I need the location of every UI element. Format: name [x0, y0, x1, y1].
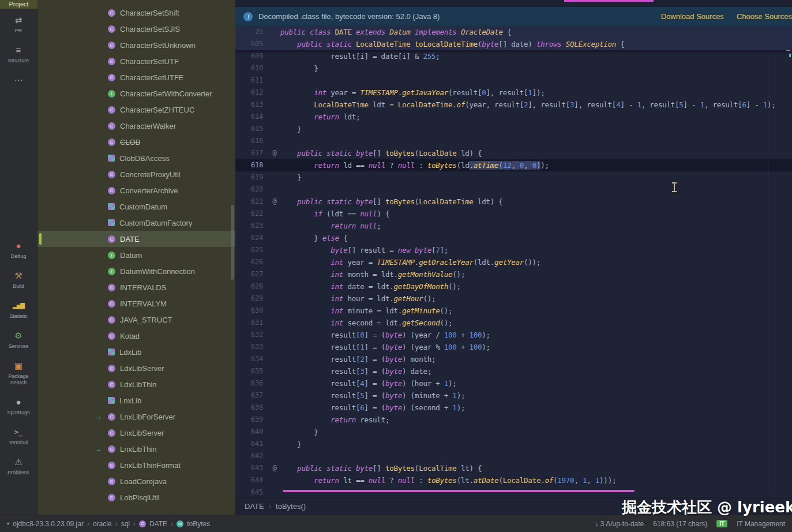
- tool-button-pull-request[interactable]: ⇄PR: [0, 10, 37, 40]
- line-number[interactable]: 632: [235, 329, 269, 341]
- line-number[interactable]: 622: [235, 208, 269, 220]
- line-number[interactable]: 635: [235, 365, 269, 377]
- tool-button-package-search[interactable]: ▣Package Search: [0, 355, 37, 392]
- breadcrumb-item[interactable]: toBytes(): [276, 502, 306, 511]
- code-line-639[interactable]: 639 return result;: [235, 414, 792, 426]
- code-line-625[interactable]: 625 byte[] result = new byte[7];: [235, 244, 792, 256]
- code-line-25[interactable]: 25public class DATE extends Datum implem…: [235, 26, 792, 38]
- line-number[interactable]: 628: [235, 280, 269, 293]
- line-number[interactable]: 25: [235, 26, 269, 38]
- line-number[interactable]: 626: [235, 256, 269, 268]
- tree-item-Datum[interactable]: IDatum: [37, 247, 235, 263]
- code-line-641[interactable]: 641 }: [235, 438, 792, 450]
- tool-button-spotbugs[interactable]: ●SpotBugs: [0, 392, 37, 422]
- line-number[interactable]: 615: [235, 123, 269, 135]
- tree-item-ConcreteProxyUtil[interactable]: CConcreteProxyUtil: [37, 166, 235, 182]
- line-number[interactable]: 624: [235, 232, 269, 244]
- code-line-630[interactable]: 630 int minute = ldt.getMinute();: [235, 305, 792, 317]
- code-line-629[interactable]: 629 int hour = ldt.getHour();: [235, 293, 792, 305]
- tool-button-debug[interactable]: ●Debug: [0, 235, 37, 265]
- line-number[interactable]: 644: [235, 474, 269, 486]
- code-line-611[interactable]: 611: [235, 74, 792, 87]
- code-line-634[interactable]: 634 result[2] = (byte) month;: [235, 353, 792, 365]
- tree-item-LobPlsqlUtil[interactable]: CLobPlsqlUtil: [37, 489, 235, 505]
- code-line-642[interactable]: 642: [235, 450, 792, 462]
- tool-button-statistic[interactable]: ▂▅▇Statistic: [0, 295, 37, 325]
- tool-button-build[interactable]: ⚒Build: [0, 265, 37, 295]
- line-number[interactable]: 645: [235, 486, 269, 499]
- vcs-update-widget[interactable]: ↓ 3 Δ/up-to-date: [595, 520, 644, 528]
- editor-area[interactable]: i Decompiled .class file, bytecode versi…: [235, 0, 792, 515]
- code-line-619[interactable]: 619 }: [235, 171, 792, 183]
- tree-item-LnxLib[interactable]: LnxLib: [37, 392, 235, 409]
- tree-item-CharacterSetShift[interactable]: CCharacterSetShift: [37, 5, 235, 21]
- code-line-626[interactable]: 626 int year = TIMESTAMP.getOracleYear(l…: [235, 256, 792, 268]
- code-line-612[interactable]: 612 int year = TIMESTAMP.getJavaYear(res…: [235, 87, 792, 99]
- breadcrumb-item[interactable]: DATE: [245, 502, 264, 511]
- caret-position[interactable]: 618:63 (17 chars): [653, 520, 707, 528]
- code-line-638[interactable]: 638 result[6] = (byte) (second + 1);: [235, 402, 792, 414]
- line-number[interactable]: 623: [235, 220, 269, 232]
- tree-item-CharacterSetWithConverter[interactable]: ICharacterSetWithConverter: [37, 85, 235, 102]
- line-number[interactable]: 610: [235, 62, 269, 74]
- sticky-lines[interactable]: 25public class DATE extends Datum implem…: [235, 26, 792, 50]
- code-line-637[interactable]: 637 result[5] = (byte) (minute + 1);: [235, 389, 792, 402]
- code-line-636[interactable]: 636 result[4] = (byte) (hour + 1);: [235, 377, 792, 389]
- code-line-610[interactable]: 610 }: [235, 62, 792, 74]
- line-number[interactable]: 612: [235, 87, 269, 99]
- tool-button-services[interactable]: ⚙Services: [0, 325, 37, 355]
- line-number[interactable]: 627: [235, 268, 269, 280]
- tree-item-LnxLibServer[interactable]: CLnxLibServer: [37, 425, 235, 441]
- code-line-609[interactable]: 609 result[i] = date[i] & 255;: [235, 50, 792, 62]
- line-number[interactable]: 613: [235, 99, 269, 111]
- line-number[interactable]: 643: [235, 462, 269, 474]
- tree-item-CustomDatum[interactable]: CustomDatum: [37, 198, 235, 215]
- line-number[interactable]: 630: [235, 305, 269, 317]
- code-line-628[interactable]: 628 int date = ldt.getDayOfMonth();: [235, 280, 792, 293]
- tree-item-ClobDBAccess[interactable]: ClobDBAccess: [37, 150, 235, 166]
- tree-item-LdxLib[interactable]: LdxLib: [37, 344, 235, 360]
- line-number[interactable]: 625: [235, 244, 269, 256]
- code-line-621[interactable]: 621@ public static byte[] toBytes(LocalD…: [235, 196, 792, 208]
- line-number[interactable]: 609: [235, 50, 269, 62]
- tool-button-more[interactable]: ⋯: [0, 70, 37, 93]
- tree-item-LnxLibThin[interactable]: →CLnxLibThin: [37, 441, 235, 457]
- line-number[interactable]: 631: [235, 317, 269, 329]
- code-line-635[interactable]: 635 result[3] = (byte) date;: [235, 365, 792, 377]
- it-badge[interactable]: IT: [716, 520, 727, 527]
- tree-item-ConverterArchive[interactable]: CConverterArchive: [37, 182, 235, 198]
- code-line-632[interactable]: 632 result[0] = (byte) (year / 100 + 100…: [235, 329, 792, 341]
- code-line-623[interactable]: 623 return null;: [235, 220, 792, 232]
- code-line-622[interactable]: 622 if (ldt == null) {: [235, 208, 792, 220]
- code-line-631[interactable]: 631 int second = ldt.getSecond();: [235, 317, 792, 329]
- tree-item-LdxLibServer[interactable]: CLdxLibServer: [37, 360, 235, 376]
- code-line-644[interactable]: 644 return lt == null ? null : toBytes(l…: [235, 474, 792, 486]
- tree-item-Kotad[interactable]: CKotad: [37, 328, 235, 344]
- code-line-645[interactable]: 645: [235, 486, 792, 499]
- tree-item-INTERVALYM[interactable]: CINTERVALYM: [37, 295, 235, 312]
- code-line-613[interactable]: 613 LocalDateTime ldt = LocalDateTime.of…: [235, 99, 792, 111]
- status-path-item[interactable]: DATE: [149, 520, 167, 528]
- code-line-620[interactable]: 620: [235, 183, 792, 196]
- tree-scrollbar[interactable]: [231, 205, 234, 280]
- code-line-618[interactable]: 618 return ld == null ? null : toBytes(l…: [235, 159, 792, 171]
- tree-item-CharacterSetZHTEUC[interactable]: CCharacterSetZHTEUC: [37, 102, 235, 118]
- line-number[interactable]: 616: [235, 135, 269, 147]
- tree-item-CLOB[interactable]: CCLOB: [37, 134, 235, 150]
- line-number[interactable]: 633: [235, 341, 269, 353]
- tree-item-LnxLibThinFormat[interactable]: CLnxLibThinFormat: [37, 457, 235, 473]
- choose-sources-link[interactable]: Choose Sources: [737, 12, 792, 21]
- tool-button-structure[interactable]: ≡Structure: [0, 40, 37, 70]
- line-number[interactable]: 629: [235, 293, 269, 305]
- line-number[interactable]: 641: [235, 438, 269, 450]
- status-path-item[interactable]: sql: [121, 520, 130, 528]
- code-line-605[interactable]: 605 public static LocalDateTime toLocalD…: [235, 38, 792, 50]
- code-line-617[interactable]: 617@ public static byte[] toBytes(LocalD…: [235, 147, 792, 159]
- tree-item-CustomDatumFactory[interactable]: CustomDatumFactory: [37, 215, 235, 231]
- line-number[interactable]: 642: [235, 450, 269, 462]
- tree-item-CharacterSetUnknown[interactable]: CCharacterSetUnknown: [37, 37, 235, 53]
- line-number[interactable]: 617: [235, 147, 269, 159]
- tab-project[interactable]: Project: [0, 0, 37, 9]
- tree-item-INTERVALDS[interactable]: CINTERVALDS: [37, 279, 235, 295]
- tree-item-LnxLibForServer[interactable]: →CLnxLibForServer: [37, 409, 235, 425]
